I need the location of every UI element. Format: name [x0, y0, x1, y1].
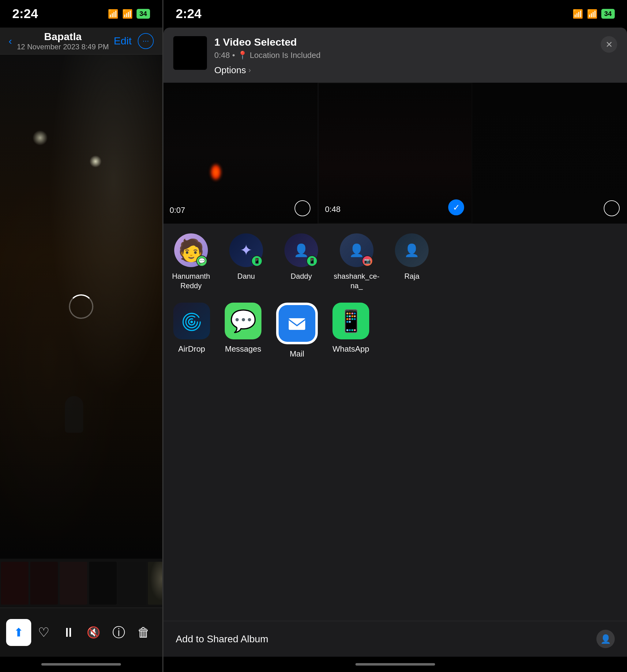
mail-app[interactable]: Mail	[276, 303, 318, 359]
messages-label: Messages	[225, 344, 261, 354]
duration-label: 0:48	[214, 51, 230, 60]
whatsapp-icon: 📱	[332, 303, 369, 339]
light-2	[32, 130, 48, 145]
edit-button[interactable]: Edit	[114, 35, 132, 47]
info-button[interactable]: ⓘ	[106, 619, 131, 646]
thumbnail-5[interactable]	[119, 562, 146, 605]
thumbnail-strip[interactable]	[0, 559, 162, 608]
chevron-right-icon: ›	[248, 66, 251, 74]
right-status-bar: 2:24 📶 📶 34	[164, 0, 627, 28]
home-indicator	[0, 657, 162, 672]
contact-name-shashank: shashank_ce-na_	[334, 271, 379, 290]
hanumanth-avatar: 🧑 💬	[174, 233, 208, 267]
share-video-1[interactable]: 0:07	[164, 83, 318, 223]
heart-button[interactable]: ♡	[31, 619, 56, 646]
left-status-icons: 📶 📶 34	[108, 9, 150, 19]
thumbnail-2[interactable]	[30, 562, 58, 605]
thumbnail-3[interactable]	[60, 562, 87, 605]
left-status-bar: 2:24 📶 📶 34	[0, 0, 162, 28]
airdrop-app[interactable]: AirDrop	[173, 303, 210, 354]
share-sheet: 1 Video Selected 0:48 • 📍 Location Is In…	[164, 28, 627, 657]
airdrop-svg	[181, 310, 202, 332]
pause-button[interactable]: ⏸	[56, 619, 81, 646]
airdrop-label: AirDrop	[178, 344, 205, 354]
flame-effect	[210, 163, 222, 181]
options-button[interactable]: Options ›	[214, 65, 593, 75]
mail-svg	[286, 312, 308, 335]
selection-info: 1 Video Selected 0:48 • 📍 Location Is In…	[214, 36, 593, 75]
video-select-2[interactable]: ✓	[448, 199, 464, 215]
right-panel: 2:24 📶 📶 34 1 Video Selected 0:48 • 📍 Lo…	[164, 0, 627, 672]
left-time: 2:24	[12, 6, 38, 21]
share-action-row[interactable]: Add to Shared Album 👤	[164, 621, 627, 657]
ellipsis-icon: ···	[142, 36, 149, 46]
close-icon: ✕	[606, 40, 612, 50]
share-icon: ⬆	[14, 626, 24, 639]
add-to-shared-album-label: Add to Shared Album	[176, 633, 268, 645]
nav-actions: Edit ···	[114, 33, 154, 49]
thumbnail-1[interactable]	[1, 562, 28, 605]
right-home-indicator	[164, 657, 627, 672]
video-select-1[interactable]	[295, 200, 310, 216]
more-button[interactable]: ···	[138, 33, 154, 49]
whatsapp-label: WhatsApp	[332, 344, 369, 354]
spacer	[164, 365, 627, 621]
back-button[interactable]: ‹	[8, 35, 12, 47]
nav-subtitle: 12 November 2023 8:49 PM	[17, 43, 109, 51]
thumbnail-4[interactable]	[89, 562, 117, 605]
contacts-row: 🧑 💬 HanumanthReddy ✦ 📱 Danu	[164, 223, 627, 296]
contact-daddy[interactable]: 👤 📱 Daddy	[274, 233, 329, 290]
close-button[interactable]: ✕	[601, 36, 617, 53]
contact-raja[interactable]: 👤 Raja	[384, 233, 439, 290]
mute-button[interactable]: 🔇	[81, 619, 106, 646]
person-plus-icon: 👤	[600, 634, 611, 644]
left-panel: 2:24 📶 📶 34 ‹ Bapatla 12 November 2023 8…	[0, 0, 162, 672]
thumbnail-6[interactable]	[148, 562, 162, 605]
location-icon: 📍	[237, 51, 247, 60]
contact-name-danu: Danu	[237, 271, 255, 281]
contact-name-hanumanth: HanumanthReddy	[172, 271, 210, 290]
share-button[interactable]: ⬆	[6, 619, 31, 646]
left-toolbar: ⬆ ♡ ⏸ 🔇 ⓘ 🗑	[0, 608, 162, 657]
shashank-avatar: 👤 📷	[340, 233, 374, 267]
right-time: 2:24	[176, 6, 201, 21]
whatsapp-app[interactable]: 📱 WhatsApp	[332, 303, 369, 354]
light-1	[90, 155, 102, 168]
contact-hanumanth[interactable]: 🧑 💬 HanumanthReddy	[164, 233, 219, 290]
selection-title: 1 Video Selected	[214, 36, 593, 48]
mail-icon	[279, 305, 315, 342]
left-nav-bar: ‹ Bapatla 12 November 2023 8:49 PM Edit …	[0, 28, 162, 54]
silhouette	[65, 396, 83, 433]
heart-icon: ♡	[38, 625, 50, 640]
shared-album-icon[interactable]: 👤	[596, 630, 615, 648]
right-battery-badge: 34	[601, 9, 615, 19]
messages-icon: 💬	[225, 303, 261, 339]
mail-label: Mail	[290, 349, 304, 359]
home-bar	[41, 663, 121, 666]
trash-icon: 🗑	[137, 625, 150, 640]
share-video-3[interactable]	[472, 83, 627, 223]
whatsapp-badge-daddy: 📱	[306, 256, 318, 266]
svg-point-3	[191, 321, 193, 323]
contact-shashank[interactable]: 👤 📷 shashank_ce-na_	[329, 233, 384, 290]
video-duration-1: 0:07	[170, 206, 185, 215]
daddy-avatar: 👤 📱	[284, 233, 318, 267]
options-row[interactable]: Options ›	[214, 65, 593, 75]
contact-name-daddy: Daddy	[291, 271, 312, 281]
battery-badge: 34	[136, 9, 150, 19]
selected-video-thumb	[173, 36, 207, 70]
wifi-icon: 📶	[122, 9, 133, 19]
contact-danu[interactable]: ✦ 📱 Danu	[219, 233, 274, 290]
trash-button[interactable]: 🗑	[131, 619, 156, 646]
nav-title-group: Bapatla 12 November 2023 8:49 PM	[17, 31, 109, 51]
right-signal-icon: 📶	[573, 9, 583, 19]
location-dot: •	[232, 51, 235, 60]
video-player[interactable]	[0, 54, 162, 559]
loading-spinner	[69, 294, 93, 319]
nav-title: Bapatla	[17, 31, 109, 43]
video-select-3[interactable]	[604, 200, 620, 216]
messages-app[interactable]: 💬 Messages	[225, 303, 261, 354]
share-video-2[interactable]: ✓ 0:48	[318, 83, 473, 223]
apps-row: AirDrop 💬 Messages	[164, 296, 627, 365]
video-strip-share: 0:07 ✓ 0:48	[164, 83, 627, 223]
